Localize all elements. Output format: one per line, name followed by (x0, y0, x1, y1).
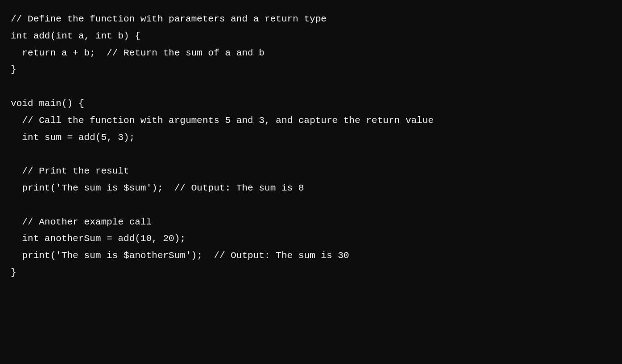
code-line: // Define the function with parameters a… (11, 11, 611, 28)
code-line (11, 78, 611, 95)
code-line: } (11, 264, 611, 281)
code-block: // Define the function with parameters a… (11, 11, 611, 281)
code-line: int sum = add(5, 3); (11, 129, 611, 146)
code-line: return a + b; // Return the sum of a and… (11, 45, 611, 62)
code-line: void main() { (11, 95, 611, 112)
code-line: // Another example call (11, 214, 611, 231)
code-line: print('The sum is $anotherSum'); // Outp… (11, 247, 611, 264)
code-line: // Call the function with arguments 5 an… (11, 112, 611, 129)
code-line: print('The sum is $sum'); // Output: The… (11, 180, 611, 197)
code-line: int add(int a, int b) { (11, 28, 611, 45)
code-line: int anotherSum = add(10, 20); (11, 230, 611, 247)
code-line: // Print the result (11, 163, 611, 180)
code-line: } (11, 61, 611, 78)
code-line (11, 197, 611, 214)
code-line (11, 146, 611, 163)
